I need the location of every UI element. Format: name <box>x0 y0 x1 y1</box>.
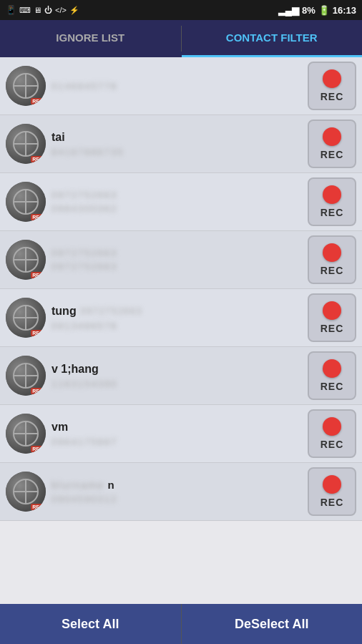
contact-info: 0972752663 0972752663 <box>46 248 308 272</box>
rec-dot <box>323 69 341 88</box>
list-item: REC 0146845778 REC <box>0 57 362 115</box>
usb-icon: ⚡ <box>69 6 79 15</box>
list-item: REC v 1;hang 1163154390 REC <box>0 347 362 405</box>
rec-dot <box>323 185 341 204</box>
contact-name: v 1;hang <box>52 363 302 376</box>
list-item: REC vm 0964175887 REC <box>0 405 362 463</box>
avatar: REC <box>6 356 46 396</box>
contact-info: 0972752663 0984300362 <box>46 190 308 214</box>
rec-button[interactable]: REC <box>308 62 356 110</box>
battery-icon: 🔋 <box>318 5 330 16</box>
rec-button[interactable]: REC <box>308 119 356 168</box>
deselect-all-button[interactable]: DeSelect All <box>182 604 363 644</box>
list-item: REC 0972752663 0984300362 REC <box>0 173 362 231</box>
bottom-bar: Select All DeSelect All <box>0 604 362 644</box>
contact-info: tai 84167886735 <box>46 131 308 157</box>
contact-name: vm <box>52 421 302 434</box>
contact-info: blurname n 0904590312 <box>46 479 308 504</box>
rec-dot <box>323 127 341 146</box>
power-icon: ⏻ <box>44 6 52 14</box>
list-item: REC blurname n 0904590312 REC <box>0 463 362 521</box>
contact-phone: 0972752663 <box>52 248 302 258</box>
avatar: REC <box>6 298 46 338</box>
contact-info: vm 0964175887 <box>46 421 308 447</box>
rec-dot <box>323 243 341 262</box>
rec-button[interactable]: REC <box>308 235 356 284</box>
tab-ignore-list[interactable]: IGNORE LIST <box>0 20 181 57</box>
contact-name: tai <box>52 131 302 144</box>
battery-level: 8% <box>302 5 315 16</box>
rec-dot <box>323 301 341 320</box>
contact-phone: 0904590312 <box>52 494 302 504</box>
contact-phone2: 0913486578 <box>52 321 302 331</box>
tab-contact-filter[interactable]: CONTACT FILTER <box>182 20 363 57</box>
avatar: REC <box>6 240 46 280</box>
rec-button[interactable]: REC <box>308 177 356 226</box>
contact-phone: 0964175887 <box>52 436 302 447</box>
rec-button[interactable]: REC <box>308 409 356 458</box>
contact-name: tung <box>52 305 77 318</box>
contact-info: v 1;hang 1163154390 <box>46 363 308 389</box>
contact-phone: 0146845778 <box>52 81 302 92</box>
contact-inline-phone: 0972752663 <box>81 306 143 316</box>
rec-dot <box>323 359 341 378</box>
time-display: 16:13 <box>333 5 356 16</box>
code2-icon: </> <box>55 6 67 14</box>
tab-bar: IGNORE LIST CONTACT FILTER <box>0 20 362 57</box>
select-all-button[interactable]: Select All <box>0 604 182 644</box>
avatar: REC <box>6 66 46 106</box>
contact-phone: 0972752663 <box>52 190 302 200</box>
rec-button[interactable]: REC <box>308 467 356 516</box>
contact-phone2: 0984300362 <box>52 203 302 214</box>
list-item: REC tai 84167886735 REC <box>0 115 362 173</box>
code-icon: ⌨ <box>19 6 31 15</box>
screenshot-icon: 🖥 <box>34 6 41 14</box>
list-item: REC tung 0972752663 0913486578 REC <box>0 289 362 347</box>
contact-phone: 1163154390 <box>52 379 302 389</box>
contact-partial-name: blurname <box>52 479 104 491</box>
contact-info: 0146845778 <box>46 81 308 92</box>
contact-list: REC 0146845778 REC REC tai 84167886735 R… <box>0 57 362 604</box>
signal-icon: ▂▄▆ <box>278 5 299 16</box>
contact-phone2: 0972752663 <box>52 261 302 272</box>
status-bar: 📱 ⌨ 🖥 ⏻ </> ⚡ ▂▄▆ 8% 🔋 16:13 <box>0 0 362 20</box>
status-icons: 📱 ⌨ 🖥 ⏻ </> ⚡ <box>6 5 79 15</box>
contact-info: tung 0972752663 0913486578 <box>46 305 308 331</box>
rec-dot <box>323 475 341 494</box>
sim-icon: 📱 <box>6 5 16 15</box>
avatar: REC <box>6 182 46 222</box>
avatar: REC <box>6 414 46 454</box>
rec-dot <box>323 417 341 436</box>
status-right: ▂▄▆ 8% 🔋 16:13 <box>278 5 356 16</box>
rec-button[interactable]: REC <box>308 351 356 400</box>
contact-phone: 84167886735 <box>52 147 302 157</box>
list-item: REC 0972752663 0972752663 REC <box>0 231 362 289</box>
contact-name-suffix: n <box>107 479 114 491</box>
avatar: REC <box>6 472 46 512</box>
rec-button[interactable]: REC <box>308 293 356 342</box>
avatar: REC <box>6 124 46 164</box>
